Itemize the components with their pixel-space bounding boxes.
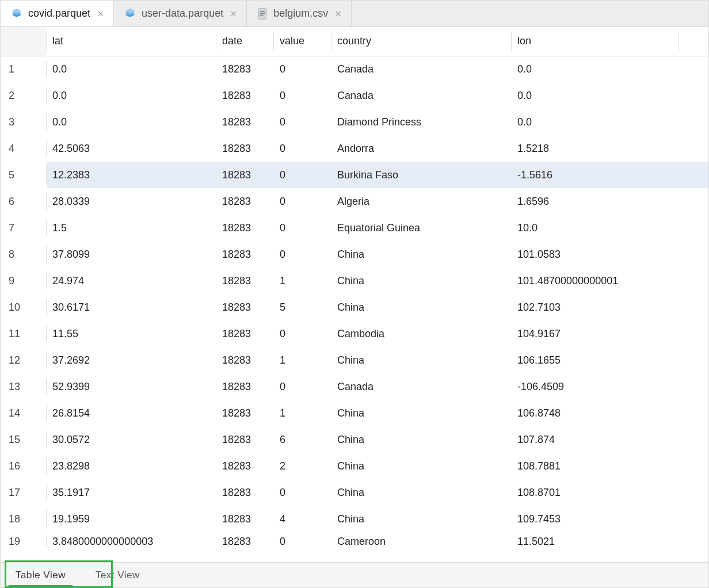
row-number-cell[interactable]: 14	[1, 400, 47, 426]
table-row[interactable]: 193.8480000000000003182830Cameroon11.502…	[1, 532, 708, 549]
row-number-cell[interactable]: 6	[1, 188, 47, 215]
cell-date[interactable]: 18283	[216, 82, 274, 109]
cell-country[interactable]: China	[331, 400, 512, 426]
table-row[interactable]: 1735.1917182830China108.8701	[1, 479, 708, 506]
cell-lat[interactable]: 37.2692	[47, 347, 216, 373]
cell-lon[interactable]: 104.9167	[512, 320, 678, 347]
cell-value[interactable]: 0	[274, 82, 331, 109]
cell-lat[interactable]: 42.5063	[47, 135, 216, 162]
cell-value[interactable]: 6	[274, 426, 331, 453]
cell-value[interactable]: 1	[274, 400, 331, 426]
cell-country[interactable]: China	[331, 268, 512, 294]
cell-value[interactable]: 0	[274, 532, 331, 549]
cell-lat[interactable]: 37.8099	[47, 241, 216, 268]
table-row[interactable]: 1426.8154182831China106.8748	[1, 400, 708, 426]
close-icon[interactable]: ✕	[334, 9, 343, 19]
cell-value[interactable]: 0	[274, 162, 331, 188]
row-number-cell[interactable]: 12	[1, 347, 47, 373]
cell-country[interactable]: Equatorial Guinea	[331, 215, 512, 241]
cell-date[interactable]: 18283	[216, 162, 274, 188]
cell-date[interactable]: 18283	[216, 506, 274, 532]
cell-lat[interactable]: 52.9399	[47, 373, 216, 400]
table-row[interactable]: 1111.55182830Cambodia104.9167	[1, 320, 708, 347]
cell-date[interactable]: 18283	[216, 479, 274, 506]
row-number-cell[interactable]: 18	[1, 506, 47, 532]
cell-value[interactable]: 0	[274, 373, 331, 400]
row-number-cell[interactable]: 16	[1, 453, 47, 479]
cell-country[interactable]: Algeria	[331, 188, 512, 215]
cell-date[interactable]: 18283	[216, 320, 274, 347]
table-row[interactable]: 1030.6171182835China102.7103	[1, 294, 708, 320]
cell-country[interactable]: China	[331, 506, 512, 532]
cell-country[interactable]: Canada	[331, 82, 512, 109]
cell-lon[interactable]: 0.0	[512, 56, 678, 82]
column-header-country[interactable]: country	[331, 27, 512, 56]
cell-country[interactable]: China	[331, 479, 512, 506]
row-number-cell[interactable]: 11	[1, 320, 47, 347]
cell-date[interactable]: 18283	[216, 109, 274, 135]
row-number-cell[interactable]: 2	[1, 82, 47, 109]
cell-value[interactable]: 0	[274, 479, 331, 506]
cell-lon[interactable]: 11.5021	[512, 532, 678, 549]
cell-lat[interactable]: 12.2383	[47, 162, 216, 188]
cell-value[interactable]: 0	[274, 56, 331, 82]
cell-lon[interactable]: 0.0	[512, 82, 678, 109]
cell-country[interactable]: Canada	[331, 373, 512, 400]
cell-date[interactable]: 18283	[216, 347, 274, 373]
cell-lon[interactable]: 106.1655	[512, 347, 678, 373]
table-row[interactable]: 924.974182831China101.48700000000001	[1, 268, 708, 294]
cell-lon[interactable]: -1.5616	[512, 162, 678, 188]
cell-lon[interactable]: 10.0	[512, 215, 678, 241]
cell-lon[interactable]: 106.8748	[512, 400, 678, 426]
table-row[interactable]: 20.0182830Canada0.0	[1, 82, 708, 109]
cell-country[interactable]: China	[331, 426, 512, 453]
row-number-header[interactable]	[1, 27, 47, 56]
column-header-value[interactable]: value	[274, 27, 331, 56]
cell-lat[interactable]: 30.0572	[47, 426, 216, 453]
cell-lon[interactable]: 108.7881	[512, 453, 678, 479]
cell-lat[interactable]: 24.974	[47, 268, 216, 294]
cell-lon[interactable]: 0.0	[512, 109, 678, 135]
cell-value[interactable]: 1	[274, 347, 331, 373]
cell-date[interactable]: 18283	[216, 135, 274, 162]
cell-country[interactable]: Cameroon	[331, 532, 512, 549]
table-row[interactable]: 512.2383182830Burkina Faso-1.5616	[1, 162, 708, 188]
table-row[interactable]: 1352.9399182830Canada-106.4509	[1, 373, 708, 400]
table-row[interactable]: 628.0339182830Algeria1.6596	[1, 188, 708, 215]
cell-value[interactable]: 0	[274, 320, 331, 347]
cell-lon[interactable]: 101.0583	[512, 241, 678, 268]
row-number-cell[interactable]: 3	[1, 109, 47, 135]
cell-value[interactable]: 5	[274, 294, 331, 320]
cell-lon[interactable]: 109.7453	[512, 506, 678, 532]
cell-lat[interactable]: 1.5	[47, 215, 216, 241]
cell-date[interactable]: 18283	[216, 294, 274, 320]
cell-lat[interactable]: 3.8480000000000003	[47, 532, 216, 549]
column-header-date[interactable]: date	[216, 27, 274, 56]
table-row[interactable]: 71.5182830Equatorial Guinea10.0	[1, 215, 708, 241]
row-number-cell[interactable]: 19	[1, 532, 47, 549]
cell-value[interactable]: 2	[274, 453, 331, 479]
cell-date[interactable]: 18283	[216, 215, 274, 241]
row-number-cell[interactable]: 8	[1, 241, 47, 268]
cell-lon[interactable]: 102.7103	[512, 294, 678, 320]
table-row[interactable]: 1623.8298182832China108.7881	[1, 453, 708, 479]
cell-lat[interactable]: 0.0	[47, 109, 216, 135]
cell-value[interactable]: 1	[274, 268, 331, 294]
cell-lat[interactable]: 28.0339	[47, 188, 216, 215]
cell-lon[interactable]: -106.4509	[512, 373, 678, 400]
cell-country[interactable]: Cambodia	[331, 320, 512, 347]
cell-date[interactable]: 18283	[216, 188, 274, 215]
cell-lat[interactable]: 0.0	[47, 82, 216, 109]
cell-lat[interactable]: 26.8154	[47, 400, 216, 426]
row-number-cell[interactable]: 13	[1, 373, 47, 400]
tab-covid-parquet[interactable]: covid.parquet ✕	[1, 1, 114, 26]
table-row[interactable]: 30.0182830Diamond Princess0.0	[1, 109, 708, 135]
cell-date[interactable]: 18283	[216, 453, 274, 479]
cell-country[interactable]: China	[331, 347, 512, 373]
column-header-lat[interactable]: lat	[47, 27, 216, 56]
cell-lat[interactable]: 23.8298	[47, 453, 216, 479]
cell-date[interactable]: 18283	[216, 56, 274, 82]
cell-lat[interactable]: 11.55	[47, 320, 216, 347]
cell-lon[interactable]: 1.5218	[512, 135, 678, 162]
row-number-cell[interactable]: 9	[1, 268, 47, 294]
